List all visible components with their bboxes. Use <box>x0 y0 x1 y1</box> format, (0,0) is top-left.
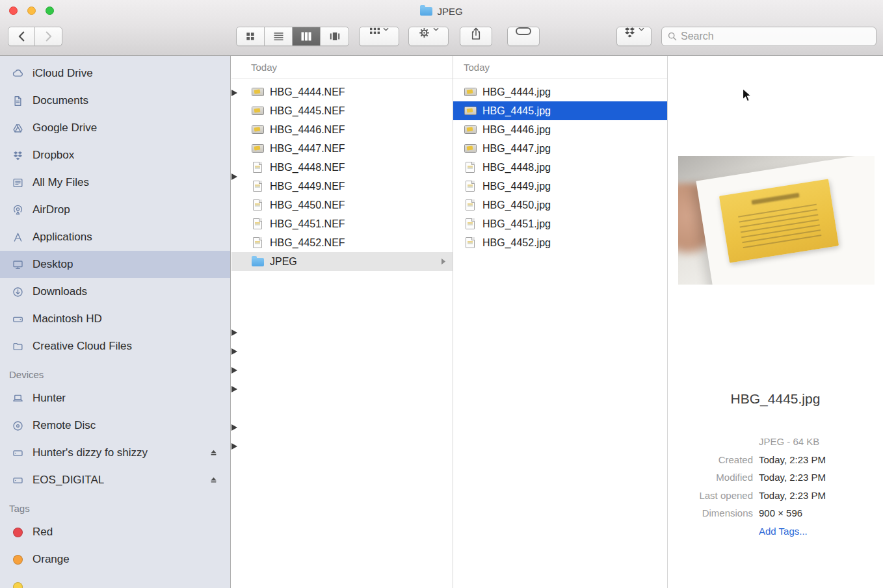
file-row[interactable]: HBG_4449.jpg <box>453 177 667 196</box>
coverflow-view-button[interactable] <box>321 27 349 45</box>
file-name: HBG_4450.NEF <box>270 199 345 211</box>
preview-thumbnail <box>678 156 875 285</box>
back-button[interactable] <box>8 27 35 45</box>
sidebar-item-red[interactable]: Red <box>0 518 230 546</box>
chevron-down-icon <box>383 27 389 31</box>
sidebar-item-label: Documents <box>33 94 88 107</box>
file-name: HBG_4452.NEF <box>270 237 345 249</box>
file-row[interactable]: HBG_4448.jpg <box>453 158 667 177</box>
file-row[interactable]: HBG_4445.NEF <box>231 101 453 120</box>
chevron-down-icon <box>639 27 644 31</box>
tag-icon <box>516 27 531 35</box>
file-row[interactable]: HBG_4452.jpg <box>453 233 667 252</box>
tags-button[interactable] <box>507 27 540 46</box>
sidebar-item-google-drive[interactable]: Google Drive <box>0 114 230 142</box>
file-name: HBG_4446.NEF <box>270 124 345 136</box>
file-row[interactable]: HBG_4447.NEF <box>231 139 453 158</box>
sidebar-item-documents[interactable]: Documents <box>0 87 230 114</box>
document-file-icon <box>251 199 264 211</box>
search-icon <box>668 32 677 41</box>
action-button[interactable] <box>408 27 449 46</box>
image-file-icon <box>464 105 477 117</box>
meta-row: JPEG - 64 KB <box>668 433 878 451</box>
column-view-button[interactable] <box>293 27 321 45</box>
disclosure-arrow-icon <box>231 386 237 392</box>
icon-view-button[interactable] <box>237 27 265 45</box>
sidebar-item-remote-disc[interactable]: Remote Disc <box>0 412 230 439</box>
sidebar-item-creative-cloud-files[interactable]: Creative Cloud Files <box>0 333 230 360</box>
share-icon <box>471 27 481 40</box>
icon-view-icon <box>246 32 255 41</box>
eject-icon[interactable] <box>209 448 218 457</box>
file-row[interactable]: HBG_4450.jpg <box>453 196 667 214</box>
sidebar-item-tag[interactable] <box>0 573 230 588</box>
sidebar-item-icloud-drive[interactable]: iCloud Drive <box>0 60 230 87</box>
disclosure-arrow-icon <box>231 443 237 450</box>
file-row[interactable]: HBG_4444.NEF <box>231 83 453 101</box>
sidebar-item-desktop[interactable]: Desktop <box>0 251 230 278</box>
sidebar-item-orange[interactable]: Orange <box>0 546 230 573</box>
coverflow-view-icon <box>330 32 340 41</box>
forward-button[interactable] <box>35 27 62 45</box>
sidebar-item-downloads[interactable]: Downloads <box>0 278 230 305</box>
file-row[interactable]: HBG_4447.jpg <box>453 139 667 158</box>
document-file-icon <box>464 237 477 249</box>
file-row[interactable]: HBG_4446.NEF <box>231 120 453 139</box>
file-row[interactable]: HBG_4452.NEF <box>231 233 453 252</box>
hdd-icon <box>9 312 27 326</box>
desktop-icon <box>9 257 27 272</box>
file-row[interactable]: HBG_4451.jpg <box>453 214 667 233</box>
share-button[interactable] <box>460 27 492 46</box>
meta-label: Modified <box>668 472 759 483</box>
sidebar-item-label: Red <box>33 526 53 539</box>
file-row[interactable]: HBG_4445.jpg <box>453 101 667 120</box>
sidebar-item-airdrop[interactable]: AirDrop <box>0 196 230 224</box>
preview-metadata: JPEG - 64 KB Created Today, 2:23 PM Modi… <box>668 433 878 540</box>
eject-icon[interactable] <box>209 476 218 485</box>
document-file-icon <box>251 162 264 173</box>
image-file-icon <box>251 124 264 136</box>
image-file-icon <box>251 143 264 155</box>
external-drive-icon <box>9 446 27 460</box>
file-row[interactable]: HBG_4444.jpg <box>453 83 667 101</box>
document-file-icon <box>464 162 477 173</box>
sidebar-item-label: Downloads <box>33 285 87 298</box>
file-row-folder[interactable]: JPEG <box>231 252 453 271</box>
file-name: HBG_4445.jpg <box>482 105 551 117</box>
document-file-icon <box>464 181 477 192</box>
file-name: HBG_4447.jpg <box>482 143 551 155</box>
tag-icon <box>9 525 27 539</box>
sidebar-item-all-my-files[interactable]: All My Files <box>0 169 230 196</box>
sidebar-item-dropbox[interactable]: Dropbox <box>0 142 230 169</box>
sidebar-item-label: Macintosh HD <box>33 313 102 326</box>
sidebar-item-eos-digital[interactable]: EOS_DIGITAL <box>0 467 230 494</box>
folder-icon <box>9 339 27 353</box>
sidebar-item-macintosh-hd[interactable]: Macintosh HD <box>0 305 230 333</box>
file-row[interactable]: HBG_4450.NEF <box>231 196 453 214</box>
file-name: HBG_4450.jpg <box>482 199 551 211</box>
dropbox-button[interactable] <box>616 27 652 46</box>
file-row[interactable]: HBG_4449.NEF <box>231 177 453 196</box>
sidebar-item-hunter[interactable]: Hunter <box>0 385 230 412</box>
sidebar-item-label: Creative Cloud Files <box>33 340 132 353</box>
file-row[interactable]: HBG_4448.NEF <box>231 158 453 177</box>
document-file-icon <box>464 199 477 211</box>
arrange-icon <box>370 27 380 34</box>
file-row[interactable]: HBG_4451.NEF <box>231 214 453 233</box>
sidebar-item-label: Hunter <box>33 392 66 405</box>
sidebar-item-hunter-s-dizzy-fo-shizzy[interactable]: Hunter's dizzy fo shizzy <box>0 439 230 467</box>
file-row[interactable]: HBG_4446.jpg <box>453 120 667 139</box>
file-name: HBG_4451.jpg <box>482 218 551 230</box>
arrange-button[interactable] <box>359 27 399 46</box>
add-tags-link[interactable]: Add Tags... <box>759 526 808 537</box>
sidebar-item-label: Orange <box>33 553 70 566</box>
list-view-button[interactable] <box>265 27 293 45</box>
search-input[interactable] <box>681 31 870 42</box>
laptop-icon <box>9 391 27 405</box>
preview-kind-size: JPEG - 64 KB <box>759 436 819 447</box>
meta-row: Created Today, 2:23 PM <box>668 451 878 469</box>
disclosure-arrow-icon <box>231 348 237 355</box>
file-name: HBG_4449.jpg <box>482 181 551 192</box>
meta-label: Created <box>668 454 759 465</box>
sidebar-item-applications[interactable]: Applications <box>0 224 230 251</box>
